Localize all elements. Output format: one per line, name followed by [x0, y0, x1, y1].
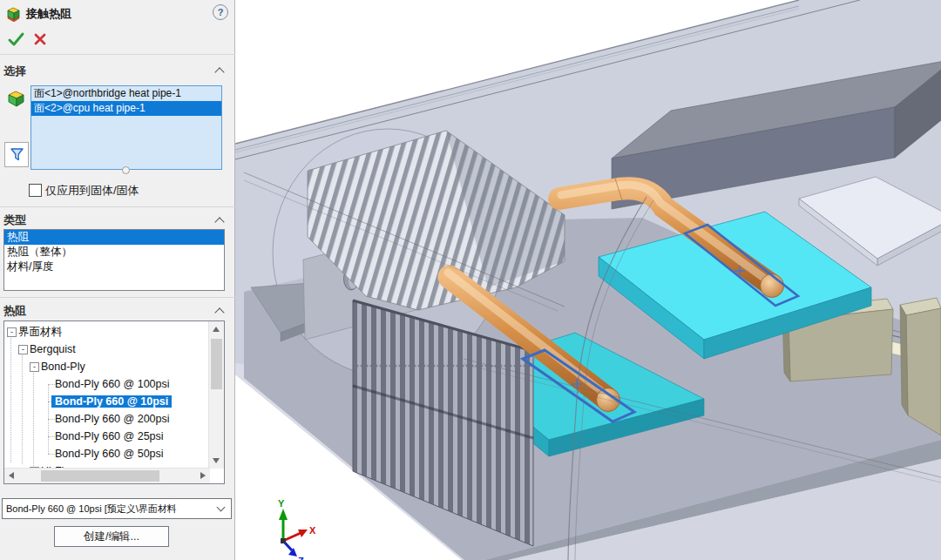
- type-option[interactable]: 热阻（整体）: [4, 245, 224, 260]
- checkbox-label: 仅应用到固体/固体: [45, 183, 139, 199]
- filter-funnel-icon: [10, 147, 24, 162]
- listbox-resize-grip[interactable]: [122, 166, 130, 174]
- tree-item[interactable]: Bergquist: [30, 341, 76, 358]
- material-tree[interactable]: - 界面材料 - Bergquist - Bond-Ply Bond-Ply 6…: [3, 320, 225, 484]
- solid-solid-checkbox[interactable]: [29, 184, 42, 197]
- type-option-selected[interactable]: 热阻: [4, 230, 224, 245]
- scrollbar-thumb[interactable]: [211, 339, 222, 389]
- collapse-chevron-resistance[interactable]: [216, 307, 224, 314]
- section-header-resistance: 热阻: [3, 303, 26, 319]
- tree-guide: [48, 384, 55, 385]
- cancel-x-icon[interactable]: [33, 32, 47, 46]
- tree-item[interactable]: Bond-Ply 660 @ 25psi: [55, 428, 164, 445]
- triad-z-label: Z: [298, 556, 304, 560]
- page-title: 接触热阻: [26, 6, 71, 22]
- list-item[interactable]: 面<1>@northbridge heat pipe-1: [31, 86, 221, 101]
- triad-y-label: Y: [278, 498, 285, 509]
- divider: [0, 54, 235, 55]
- tree-item[interactable]: Bond-Ply 660 @ 200psi: [55, 410, 170, 428]
- type-listbox[interactable]: 热阻 热阻（整体） 材料/厚度: [3, 229, 225, 291]
- section-header-type: 类型: [3, 213, 26, 228]
- scroll-up-arrow[interactable]: [213, 327, 220, 332]
- tree-item[interactable]: Bond-Ply 660 @ 100psi: [55, 375, 170, 393]
- faces-selection-cube-icon: [6, 88, 26, 108]
- app-window: 接触热阻 ? 选择 面<1>@northbridge heat pipe-1 面…: [0, 0, 941, 560]
- collapse-chevron-type[interactable]: [216, 216, 224, 224]
- collapse-chevron-selection[interactable]: [216, 66, 224, 74]
- 3d-viewport[interactable]: Y X Z: [235, 0, 941, 560]
- section-header-selection: 选择: [3, 64, 26, 79]
- type-option[interactable]: 材料/厚度: [4, 260, 224, 274]
- tree-item-selected[interactable]: Bond-Ply 660 @ 10psi: [51, 393, 172, 410]
- tree-vertical-scrollbar[interactable]: [208, 321, 224, 469]
- confirm-check-icon[interactable]: [7, 31, 26, 47]
- tree-guide: [48, 419, 55, 420]
- help-icon[interactable]: ?: [213, 4, 228, 20]
- tree-expander[interactable]: -: [18, 345, 28, 354]
- tree-expander[interactable]: -: [30, 362, 39, 372]
- scrollbar-thumb[interactable]: [41, 470, 159, 482]
- create-edit-button[interactable]: 创建/编辑...: [54, 526, 169, 547]
- tree-guide: [48, 436, 55, 437]
- list-item-selected[interactable]: 面<2>@cpu heat pipe-1: [31, 101, 221, 116]
- tree-guide: [33, 367, 34, 466]
- scroll-left-arrow[interactable]: [9, 472, 14, 479]
- selection-filter-button[interactable]: [4, 142, 29, 167]
- divider: [0, 206, 235, 207]
- divider: [0, 297, 235, 298]
- selection-listbox[interactable]: 面<1>@northbridge heat pipe-1 面<2>@cpu he…: [30, 85, 222, 170]
- property-manager-panel: 接触热阻 ? 选择 面<1>@northbridge heat pipe-1 面…: [0, 0, 235, 560]
- contact-resistance-icon: [5, 5, 22, 22]
- chevron-down-icon[interactable]: [218, 504, 225, 511]
- tree-item[interactable]: Bond-Ply 660 @ 50psi: [55, 445, 164, 462]
- material-combobox[interactable]: Bond-Ply 660 @ 10psi [预定义\界面材料: [2, 498, 232, 519]
- scroll-right-arrow[interactable]: [200, 472, 206, 479]
- tree-horizontal-scrollbar[interactable]: [4, 468, 210, 483]
- tree-guide: [48, 454, 55, 455]
- scroll-down-arrow[interactable]: [213, 458, 220, 463]
- tree-item[interactable]: Bond-Ply: [41, 358, 85, 375]
- triad-x-label: X: [309, 525, 316, 536]
- tree-guide: [22, 349, 23, 464]
- tree-item-selected-label[interactable]: Bond-Ply 660 @ 10psi: [51, 395, 172, 408]
- tree-guide: [10, 332, 11, 462]
- tree-item[interactable]: 界面材料: [18, 323, 62, 341]
- tree-expander[interactable]: -: [7, 327, 17, 337]
